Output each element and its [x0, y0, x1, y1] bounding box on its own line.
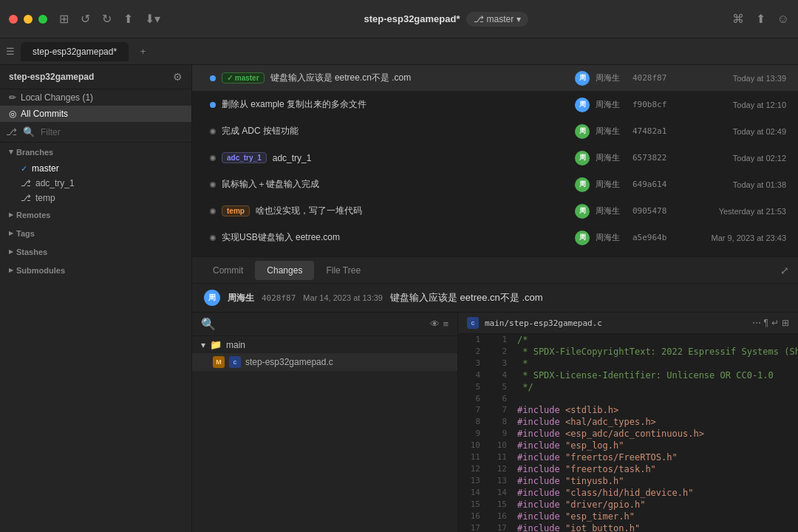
branch-filter-icon[interactable]: ⎇ — [6, 126, 17, 137]
fullscreen-button[interactable] — [38, 15, 47, 24]
commit-dot — [210, 182, 216, 188]
tab-changes[interactable]: Changes — [255, 261, 314, 280]
diff-wrap-icon[interactable]: ↵ — [771, 318, 779, 328]
new-tab-icon[interactable]: ⊞ — [59, 12, 69, 26]
file-modified-badge: M — [213, 356, 225, 368]
search-filter-icon[interactable]: 🔍 — [23, 126, 35, 137]
stashes-section-header[interactable]: ▸ Stashes — [0, 242, 191, 261]
pull-dropdown-icon[interactable]: ⬇▾ — [145, 12, 160, 26]
tab-step-esp32gamepad[interactable]: step-esp32gamepad* — [21, 42, 129, 61]
commit-row[interactable]: 删除从 example 复制出来的多余文件周周海生f90b8cfToday at… — [192, 92, 798, 118]
diff-line: 1212#include "freertos/task.h" — [458, 463, 798, 475]
expand-panel-icon[interactable]: ⤢ — [780, 265, 789, 276]
folder-main[interactable]: ▾ 📁 main — [192, 336, 457, 353]
list-icon[interactable]: ≡ — [443, 318, 449, 330]
branches-section-header[interactable]: ▾ Branches — [0, 143, 191, 161]
push-icon[interactable]: ⬆ — [123, 12, 133, 26]
commit-row[interactable]: ✓ master键盘输入应该是 eetree.cn不是 .com周周海生4028… — [192, 65, 798, 92]
commit-row[interactable]: 鼠标输入＋键盘输入完成周周海生649a614Today at 01:38 — [192, 171, 798, 198]
commit-avatar: 周 — [575, 124, 590, 139]
line-num-left: 14 — [458, 487, 485, 498]
commit-row[interactable]: adc_try_1adc_try_1周周海生6573822Today at 02… — [192, 145, 798, 171]
sidebar-branch-master[interactable]: ✓ master — [0, 161, 191, 176]
eye-icon[interactable]: 👁 — [430, 318, 440, 330]
tab-file-tree[interactable]: File Tree — [314, 261, 372, 280]
line-num-left: 3 — [458, 358, 485, 369]
right-toolbar: ⌘ ⬆ ☺ — [732, 12, 789, 26]
undo-icon[interactable]: ↺ — [81, 12, 90, 26]
branch-tag-adc: adc_try_1 — [222, 152, 267, 163]
sidebar-toggle-icon[interactable]: ☰ — [6, 46, 15, 57]
commit-row[interactable]: 实现USB键盘输入 eetree.com周周海生a5e964bMar 9, 20… — [192, 225, 798, 251]
sidebar-item-all-commits[interactable]: ◎ All Commits — [0, 106, 191, 122]
share-icon[interactable]: ⬆ — [756, 12, 765, 26]
branches-label: Branches — [16, 148, 53, 157]
commit-row[interactable]: init with examples/get-started/blink周周海生… — [192, 251, 798, 257]
commit-message-text: adc_try_1 — [273, 153, 569, 163]
close-button[interactable] — [9, 15, 18, 24]
commit-time: Today at 01:38 — [683, 180, 786, 189]
add-tab-button[interactable]: + — [129, 42, 157, 61]
commit-avatar: 周 — [575, 204, 590, 219]
file-row-step-esp32gamepad[interactable]: M c step-esp32gamepad.c — [192, 353, 457, 371]
repo-title: step-esp32gamepad* — [364, 13, 460, 24]
commit-author: 周海生 — [596, 72, 632, 83]
line-content: #include <stdlib.h> — [511, 404, 798, 416]
minimize-button[interactable] — [24, 15, 33, 24]
diff-line: 88#include <hal/adc_types.h> — [458, 416, 798, 428]
line-content: #include "freertos/FreeRTOS.h" — [511, 451, 798, 463]
line-content: #include <esp_adc/adc_continuous.h> — [511, 428, 798, 440]
branch-tag-master: ✓ master — [222, 72, 265, 83]
commits-panel: ✓ master键盘输入应该是 eetree.cn不是 .com周周海生4028… — [192, 65, 798, 257]
commit-dot — [210, 208, 216, 214]
filter-input[interactable] — [41, 127, 185, 137]
sidebar-branch-temp[interactable]: ⎇ temp — [0, 191, 191, 205]
commit-message-text: 完成 ADC 按钮功能 — [222, 125, 569, 137]
submodules-label: Submodules — [16, 266, 65, 275]
diff-paragraph-icon[interactable]: ¶ — [764, 318, 768, 328]
commit-detail-message: 键盘输入应该是 eetree.cn不是 .com — [390, 291, 543, 304]
diff-file-icons: ⋯ ¶ ↵ ⊞ — [752, 318, 789, 328]
commit-avatar: 周 — [575, 151, 590, 166]
line-num-right: 16 — [485, 511, 511, 522]
tags-section-header[interactable]: ▸ Tags — [0, 224, 191, 242]
folder-name: main — [226, 340, 245, 350]
commit-dot — [210, 155, 216, 161]
line-content: * — [511, 358, 798, 369]
file-tree-search-input[interactable] — [220, 319, 331, 330]
diff-options-icon[interactable]: ⋯ — [752, 318, 761, 328]
commit-avatar: 周 — [575, 71, 590, 86]
tab-commit[interactable]: Commit — [201, 261, 255, 280]
filter-icon[interactable]: ⌘ — [732, 12, 744, 26]
branch-selector[interactable]: ⎇ master ▾ — [466, 12, 529, 27]
line-num-right: 6 — [485, 393, 511, 404]
diff-file-header: c main/step-esp32gamepad.c ⋯ ¶ ↵ ⊞ — [458, 313, 798, 334]
redo-icon[interactable]: ↻ — [102, 12, 112, 26]
line-num-right: 4 — [485, 369, 511, 381]
commit-message-wrapper: ✓ master键盘输入应该是 eetree.cn不是 .com — [222, 72, 569, 84]
commit-row[interactable]: temp啥也没实现，写了一堆代码周周海生0905478Yesterday at … — [192, 198, 798, 225]
commit-message-text: 键盘输入应该是 eetree.cn不是 .com — [270, 72, 569, 84]
commit-hash: a5e964b — [632, 233, 683, 242]
sidebar-branch-adc[interactable]: ⎇ adc_try_1 — [0, 176, 191, 191]
line-num-right: 15 — [485, 499, 511, 510]
line-num-right: 9 — [485, 428, 511, 439]
sidebar-item-local-changes[interactable]: ✏ Local Changes (1) — [0, 89, 191, 106]
commit-message-text: 啥也没实现，写了一堆代码 — [256, 205, 569, 217]
commit-hash: 4028f87 — [632, 73, 683, 83]
submodules-section-header[interactable]: ▸ Submodules — [0, 261, 191, 279]
diff-layout-icon[interactable]: ⊞ — [782, 318, 789, 328]
branch-icon-temp: ⎇ — [21, 193, 31, 203]
line-num-left: 2 — [458, 346, 485, 357]
sidebar-settings-icon[interactable]: ⚙ — [173, 71, 183, 83]
file-tree: 🔍 👁 ≡ ▾ 📁 main M c — [192, 313, 458, 532]
commit-row[interactable]: 完成 ADC 按钮功能周周海生47482a1Today at 02:49 — [192, 118, 798, 145]
line-content: #include "esp_timer.h" — [511, 511, 798, 522]
temp-branch-label: temp — [35, 193, 55, 203]
remotes-section-header[interactable]: ▸ Remotes — [0, 205, 191, 224]
smiley-icon[interactable]: ☺ — [777, 13, 789, 26]
commit-detail-header: 周 周海生 4028f87 Mar 14, 2023 at 13:39 键盘输入… — [192, 284, 798, 313]
commit-message-wrapper: 鼠标输入＋键盘输入完成 — [222, 178, 569, 191]
file-name: step-esp32gamepad.c — [245, 357, 333, 367]
lower-panel: Commit Changes File Tree ⤢ 周 周海生 4028f87… — [192, 257, 798, 532]
